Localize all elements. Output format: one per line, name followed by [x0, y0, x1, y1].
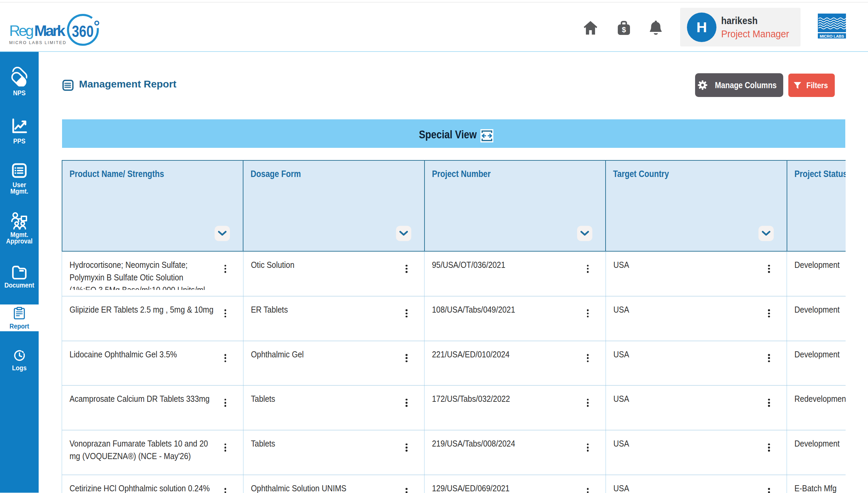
svg-text:Reg: Reg: [9, 22, 34, 39]
svg-text:$: $: [622, 25, 626, 34]
svg-text:MICRO LABS: MICRO LABS: [820, 34, 844, 38]
svg-text:360: 360: [72, 22, 94, 40]
svg-text:Mark: Mark: [34, 22, 66, 39]
svg-text:MICRO LABS LIMITED: MICRO LABS LIMITED: [9, 40, 66, 45]
